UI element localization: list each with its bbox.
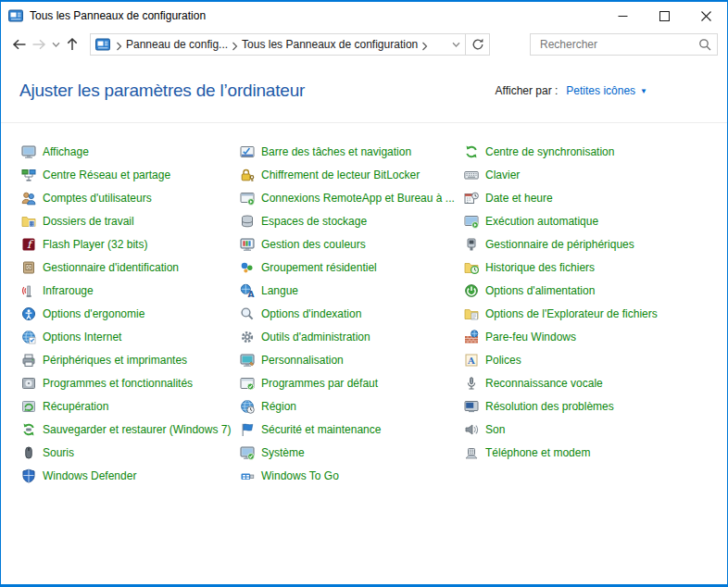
control-panel-item[interactable]: ALangue [240, 279, 464, 302]
control-panel-item-label: Téléphone et modem [485, 446, 590, 459]
personalization-icon [240, 353, 255, 368]
control-panel-item-label: Centre de synchronisation [485, 145, 614, 158]
sync-center-icon [464, 144, 479, 159]
control-panel-item[interactable]: APolices [464, 348, 658, 371]
maximize-button[interactable] [644, 2, 685, 30]
control-panel-item[interactable]: Options de l'Explorateur de fichiers [464, 302, 658, 325]
control-panel-item[interactable]: Programmes par défaut [240, 371, 464, 394]
ease-of-access-icon [21, 306, 36, 321]
address-bar-controls [446, 34, 489, 55]
control-panel-item[interactable]: Région [240, 394, 464, 418]
back-button[interactable] [8, 33, 29, 56]
bitlocker-icon [240, 168, 255, 182]
control-panel-item-label: Résolution des problèmes [485, 400, 614, 413]
control-panel-item[interactable]: Téléphone et modem [464, 441, 658, 464]
control-panel-item[interactable]: Gestionnaire d'identification [21, 256, 240, 279]
control-panel-item[interactable]: Pare-feu Windows [464, 325, 658, 348]
control-panel-item[interactable]: Groupement résidentiel [240, 256, 464, 279]
region-icon [240, 399, 255, 414]
control-panel-item[interactable]: Centre de synchronisation [464, 140, 658, 163]
control-panel-item-label: Groupement résidentiel [261, 261, 377, 274]
control-panel-item-label: Système [261, 446, 305, 459]
control-panel-item[interactable]: Historique des fichiers [464, 256, 658, 279]
minimize-button[interactable] [602, 2, 644, 30]
address-dropdown-button[interactable] [446, 34, 465, 55]
refresh-icon [471, 38, 484, 51]
control-panel-item[interactable]: Clavier [464, 163, 658, 186]
svg-text:A: A [248, 289, 255, 297]
control-panel-item[interactable]: Windows Defender [21, 464, 240, 487]
control-panel-item[interactable]: Récupération [21, 394, 240, 418]
control-panel-item[interactable]: Chiffrement de lecteur BitLocker [240, 163, 464, 186]
breadcrumb-chevron-icon[interactable] [420, 39, 429, 50]
control-panel-item[interactable]: Exécution automatique [464, 209, 658, 232]
control-panel-item[interactable]: Options d'ergonomie [21, 302, 240, 325]
refresh-button[interactable] [466, 34, 489, 55]
control-panel-item[interactable]: Date et heure [464, 186, 658, 209]
work-folders-icon [21, 214, 36, 229]
search-icon[interactable] [698, 38, 711, 51]
control-panel-item[interactable]: Options Internet [21, 325, 240, 348]
control-panel-item[interactable]: Comptes d'utilisateurs [21, 186, 240, 209]
control-panel-item[interactable]: Programmes et fonctionnalités [21, 371, 240, 394]
control-panel-item[interactable]: Dossiers de travail [21, 209, 240, 232]
control-panel-item-label: Affichage [43, 145, 89, 158]
control-panel-item-label: Gestionnaire de périphériques [485, 238, 634, 251]
recent-locations-button[interactable] [49, 33, 62, 56]
control-panel-icon [95, 37, 110, 52]
speech-icon [464, 376, 479, 391]
breadcrumb-chevron-icon[interactable] [115, 39, 123, 50]
view-by-control: Afficher par : Petites icônes ▼ [496, 84, 647, 97]
control-panel-item-label: Centre Réseau et partage [43, 169, 170, 181]
control-panel-item[interactable]: Outils d'administration [240, 325, 464, 348]
control-panel-item[interactable]: Windows To Go [240, 464, 464, 487]
control-panel-item-label: Windows To Go [261, 469, 339, 482]
control-panel-item[interactable]: Options d'indexation [240, 302, 464, 325]
control-panel-item-label: Historique des fichiers [485, 261, 595, 274]
explorer-window: Tous les Panneaux de configuration [0, 0, 728, 587]
control-panel-item[interactable]: Espaces de stockage [240, 209, 464, 232]
control-panel-item[interactable]: Affichage [21, 140, 240, 163]
control-panel-item-label: Options de l'Explorateur de fichiers [485, 307, 658, 320]
control-panel-item[interactable]: Connexions RemoteApp et Bureau à ... [240, 186, 464, 209]
breadcrumb-root[interactable]: Panneau de config... [126, 38, 228, 51]
control-panel-item[interactable]: Barre des tâches et navigation [240, 140, 464, 163]
control-panel-item[interactable]: Infrarouge [21, 279, 240, 302]
control-panel-item-label: Sauvegarder et restaurer (Windows 7) [43, 423, 231, 436]
admin-tools-icon [240, 330, 255, 344]
system-icon [240, 445, 255, 460]
forward-button[interactable] [29, 33, 49, 56]
control-panel-item[interactable]: Centre Réseau et partage [21, 163, 240, 186]
homegroup-icon [240, 260, 255, 275]
control-panel-item[interactable]: Reconnaissance vocale [464, 371, 658, 394]
up-button[interactable] [62, 33, 82, 56]
view-by-label: Afficher par : [496, 84, 559, 97]
breadcrumb-current[interactable]: Tous les Panneaux de configuration [242, 38, 418, 51]
control-panel-item[interactable]: fFlash Player (32 bits) [21, 232, 240, 256]
control-panel-item[interactable]: Sécurité et maintenance [240, 418, 464, 441]
control-panel-item[interactable]: Souris [21, 441, 240, 464]
control-panel-item[interactable]: Résolution des problèmes [464, 394, 658, 418]
search-input[interactable] [538, 37, 698, 52]
control-panel-item[interactable]: Options d'alimentation [464, 279, 658, 302]
control-panel-item-label: Flash Player (32 bits) [43, 238, 147, 251]
control-panel-item-label: Clavier [485, 169, 520, 181]
view-by-value-link[interactable]: Petites icônes [566, 84, 635, 97]
internet-options-icon [21, 330, 36, 344]
autoplay-icon [464, 214, 479, 229]
control-panel-item-label: Comptes d'utilisateurs [43, 192, 152, 205]
breadcrumb-chevron-icon[interactable] [231, 39, 239, 50]
control-panel-item[interactable]: Son [464, 418, 658, 441]
control-panel-item[interactable]: Personnalisation [240, 348, 464, 371]
control-panel-item[interactable]: Périphériques et imprimantes [21, 348, 240, 371]
control-panel-item[interactable]: Système [240, 441, 464, 464]
control-panel-item[interactable]: Sauvegarder et restaurer (Windows 7) [21, 418, 240, 441]
close-button[interactable] [685, 2, 727, 30]
control-panel-item[interactable]: Gestionnaire de périphériques [464, 232, 658, 256]
address-bar[interactable]: Panneau de config... Tous les Panneaux d… [90, 33, 490, 56]
control-panel-item[interactable]: Gestion des couleurs [240, 232, 464, 256]
view-by-dropdown-icon[interactable]: ▼ [640, 87, 647, 95]
chevron-down-icon [52, 42, 60, 48]
control-panel-item-label: Région [261, 400, 296, 413]
control-panel-item-label: Options d'ergonomie [43, 307, 144, 320]
